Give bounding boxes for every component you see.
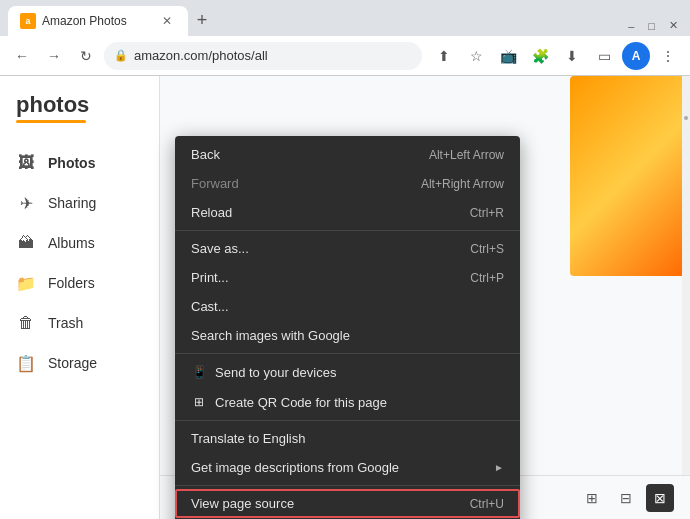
sidebar-label-sharing: Sharing <box>48 195 96 211</box>
sidebar-item-storage[interactable]: 📋 Storage <box>0 343 159 383</box>
menu-divider-1 <box>175 230 520 231</box>
url-bar[interactable]: 🔒 amazon.com/photos/all <box>104 42 422 70</box>
menu-shortcut-view-source: Ctrl+U <box>470 497 504 511</box>
extensions-puzzle-icon[interactable]: 🧩 <box>526 42 554 70</box>
menu-item-view-source[interactable]: View page source Ctrl+U <box>175 489 520 518</box>
menu-item-forward: Forward Alt+Right Arrow <box>175 169 520 198</box>
sidebar-label-folders: Folders <box>48 275 95 291</box>
sidebar-label-photos: Photos <box>48 155 95 171</box>
sidebar-item-trash[interactable]: 🗑 Trash <box>0 303 159 343</box>
sidebar-label-albums: Albums <box>48 235 95 251</box>
view-medium-grid-icon[interactable]: ⊟ <box>612 484 640 512</box>
restore-button[interactable]: □ <box>644 18 659 34</box>
menu-label-qr-code: Create QR Code for this page <box>215 395 504 410</box>
bookmark-icon[interactable]: ☆ <box>462 42 490 70</box>
logo-underline <box>16 120 86 123</box>
menu-divider-2 <box>175 353 520 354</box>
menu-item-cast[interactable]: Cast... <box>175 292 520 321</box>
menu-shortcut-back: Alt+Left Arrow <box>429 148 504 162</box>
menu-item-qr-code[interactable]: ⊞ Create QR Code for this page <box>175 387 520 417</box>
folders-icon: 📁 <box>16 273 36 293</box>
menu-item-print[interactable]: Print... Ctrl+P <box>175 263 520 292</box>
menu-label-back: Back <box>191 147 421 162</box>
minimize-button[interactable]: – <box>624 18 638 34</box>
menu-item-reload[interactable]: Reload Ctrl+R <box>175 198 520 227</box>
menu-label-print: Print... <box>191 270 462 285</box>
sidebar-item-photos[interactable]: 🖼 Photos <box>0 143 159 183</box>
menu-label-view-source: View page source <box>191 496 462 511</box>
sidebar-item-albums[interactable]: 🏔 Albums <box>0 223 159 263</box>
menu-item-search-images[interactable]: Search images with Google <box>175 321 520 350</box>
share-icon[interactable]: ⬆ <box>430 42 458 70</box>
submenu-arrow-icon: ► <box>494 462 504 473</box>
url-text: amazon.com/photos/all <box>134 48 268 63</box>
trash-icon: 🗑 <box>16 313 36 333</box>
sidebar-icon[interactable]: ▭ <box>590 42 618 70</box>
menu-label-image-descriptions: Get image descriptions from Google <box>191 460 486 475</box>
menu-divider-3 <box>175 420 520 421</box>
tab-favicon: a <box>20 13 36 29</box>
menu-label-reload: Reload <box>191 205 462 220</box>
tab-bar: a Amazon Photos ✕ + – □ ✕ <box>0 0 690 36</box>
scrollbar-thumb <box>684 116 688 120</box>
qr-code-icon: ⊞ <box>191 394 207 410</box>
menu-label-forward: Forward <box>191 176 413 191</box>
logo-text: photos <box>16 92 143 118</box>
sidebar-item-sharing[interactable]: ✈ Sharing <box>0 183 159 223</box>
menu-shortcut-save-as: Ctrl+S <box>470 242 504 256</box>
download-icon[interactable]: ⬇ <box>558 42 586 70</box>
context-menu: Back Alt+Left Arrow Forward Alt+Right Ar… <box>175 136 520 519</box>
menu-item-translate[interactable]: Translate to English <box>175 424 520 453</box>
tab-spacer: – □ ✕ <box>216 17 690 34</box>
view-large-grid-icon[interactable]: ⊠ <box>646 484 674 512</box>
view-icons: ⊞ ⊟ ⊠ <box>578 484 674 512</box>
menu-shortcut-forward: Alt+Right Arrow <box>421 177 504 191</box>
page-content: photos 🖼 Photos ✈ Sharing 🏔 Albums 📁 Fol… <box>0 76 690 519</box>
menu-label-save-as: Save as... <box>191 241 462 256</box>
menu-item-back[interactable]: Back Alt+Left Arrow <box>175 140 520 169</box>
menu-item-image-descriptions[interactable]: Get image descriptions from Google ► <box>175 453 520 482</box>
close-window-button[interactable]: ✕ <box>665 17 682 34</box>
reload-button[interactable]: ↻ <box>72 42 100 70</box>
forward-button[interactable]: → <box>40 42 68 70</box>
menu-item-send-devices[interactable]: 📱 Send to your devices <box>175 357 520 387</box>
toolbar-icons: ⬆ ☆ 📺 🧩 ⬇ ▭ A ⋮ <box>430 42 682 70</box>
back-button[interactable]: ← <box>8 42 36 70</box>
albums-icon: 🏔 <box>16 233 36 253</box>
scrollbar-track[interactable] <box>682 76 690 475</box>
tab-close-button[interactable]: ✕ <box>158 12 176 30</box>
sidebar-item-folders[interactable]: 📁 Folders <box>0 263 159 303</box>
storage-icon: 📋 <box>16 353 36 373</box>
menu-shortcut-reload: Ctrl+R <box>470 206 504 220</box>
menu-icon[interactable]: ⋮ <box>654 42 682 70</box>
view-small-grid-icon[interactable]: ⊞ <box>578 484 606 512</box>
sidebar-label-trash: Trash <box>48 315 83 331</box>
sidebar: photos 🖼 Photos ✈ Sharing 🏔 Albums 📁 Fol… <box>0 76 160 519</box>
tab-title: Amazon Photos <box>42 14 152 28</box>
sidebar-label-storage: Storage <box>48 355 97 371</box>
cast-icon[interactable]: 📺 <box>494 42 522 70</box>
browser-frame: a Amazon Photos ✕ + – □ ✕ ← → ↻ 🔒 amazon… <box>0 0 690 519</box>
sharing-icon: ✈ <box>16 193 36 213</box>
address-bar: ← → ↻ 🔒 amazon.com/photos/all ⬆ ☆ 📺 🧩 ⬇ … <box>0 36 690 76</box>
menu-label-cast: Cast... <box>191 299 504 314</box>
lock-icon: 🔒 <box>114 49 128 62</box>
menu-item-save-as[interactable]: Save as... Ctrl+S <box>175 234 520 263</box>
menu-divider-4 <box>175 485 520 486</box>
menu-label-translate: Translate to English <box>191 431 504 446</box>
photos-icon: 🖼 <box>16 153 36 173</box>
menu-shortcut-print: Ctrl+P <box>470 271 504 285</box>
send-devices-icon: 📱 <box>191 364 207 380</box>
menu-label-search-images: Search images with Google <box>191 328 504 343</box>
profile-avatar[interactable]: A <box>622 42 650 70</box>
sidebar-logo: photos <box>0 92 159 143</box>
new-tab-button[interactable]: + <box>188 6 216 34</box>
photo-item <box>570 76 690 276</box>
menu-label-send-devices: Send to your devices <box>215 365 504 380</box>
active-tab[interactable]: a Amazon Photos ✕ <box>8 6 188 36</box>
